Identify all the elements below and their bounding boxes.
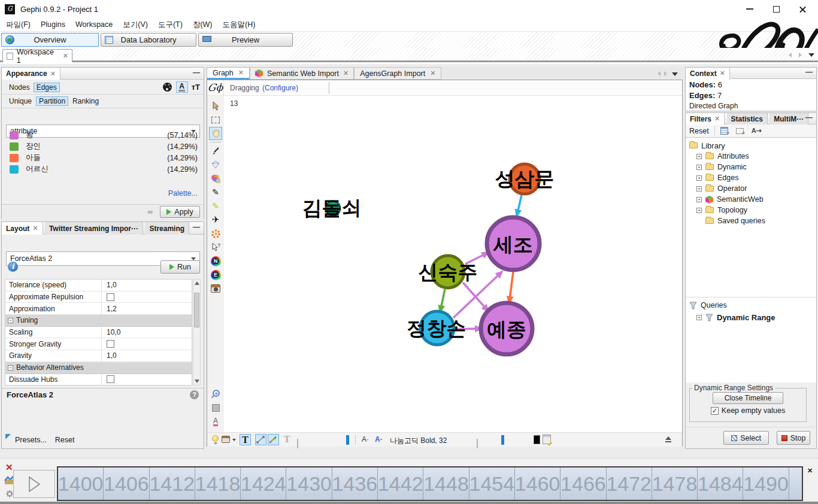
select-button[interactable]: Select: [723, 431, 769, 445]
appearance-tab-edges[interactable]: Edges: [34, 83, 60, 92]
context-close-icon[interactable]: ✕: [720, 69, 725, 77]
library-item-saved-queries[interactable]: Saved queries: [689, 215, 816, 226]
scroll-up-icon[interactable]: [195, 281, 199, 285]
library-item-topology[interactable]: +Topology: [689, 205, 816, 215]
configure-link[interactable]: (Configure): [262, 84, 298, 92]
param-value[interactable]: 1,0: [107, 281, 117, 289]
tab-semantic-web-import[interactable]: Semantic Web Import✕: [250, 67, 354, 80]
timeline-tick-3[interactable]: 1418: [195, 467, 241, 500]
edge-visible-icon[interactable]: [255, 434, 266, 445]
appearance-tab-nodes[interactable]: Nodes: [7, 83, 32, 92]
minimize-button[interactable]: [737, 0, 763, 18]
tabs-scroll-right-icon[interactable]: [799, 53, 802, 57]
param-checkbox[interactable]: [107, 375, 114, 383]
expand-icon[interactable]: +: [696, 154, 702, 159]
timeline-tick-12[interactable]: 1472: [607, 467, 652, 500]
filters-close-icon[interactable]: ✕: [714, 115, 720, 123]
timeline-tick-0[interactable]: 1400: [58, 467, 104, 500]
menu-item-0[interactable]: 파일(F): [6, 20, 31, 30]
screenshot-icon[interactable]: [222, 436, 230, 443]
label-color-a-icon[interactable]: A: [209, 415, 222, 428]
tab-statistics[interactable]: Statistics: [727, 113, 768, 125]
legend-row-3[interactable]: 어르신 (14,29%): [6, 163, 200, 175]
collapse-icon[interactable]: −: [8, 365, 13, 371]
tab-graph-close-icon[interactable]: ✕: [238, 69, 244, 77]
font-smaller-icon[interactable]: A·: [362, 435, 369, 444]
fireworks-tool-icon[interactable]: [209, 227, 222, 240]
stop-button[interactable]: Stop: [777, 431, 810, 445]
scroll-down-icon[interactable]: [195, 379, 199, 383]
filters-reset-button[interactable]: Reset: [689, 127, 709, 135]
graph-node-label-정창손[interactable]: 정창손: [407, 317, 466, 339]
graph-node-label-예종[interactable]: 예종: [487, 318, 526, 341]
layout-close-icon[interactable]: ✕: [32, 224, 38, 232]
tab-data-laboratory[interactable]: Data Laboratory: [101, 33, 196, 47]
tab-multimode[interactable]: MultiM···: [769, 113, 808, 125]
background-color-icon[interactable]: [209, 401, 222, 414]
legend-row-1[interactable]: 장인 (14,29%): [6, 141, 200, 152]
library-item-operator[interactable]: +Operator: [689, 183, 816, 194]
expand-icon[interactable]: +: [696, 186, 702, 192]
menu-item-3[interactable]: 보기(V): [123, 20, 148, 30]
appearance-tab-ranking[interactable]: Ranking: [70, 97, 101, 105]
tab-preview[interactable]: Preview: [198, 33, 293, 47]
menu-item-4[interactable]: 도구(T): [158, 20, 183, 30]
node-attributes-icon[interactable]: N: [209, 254, 222, 268]
legend-row-2[interactable]: 아들 (14,29%): [6, 152, 200, 163]
edge-pencil-tool-icon[interactable]: ✎: [209, 199, 222, 212]
collapse-toolbar-icon[interactable]: [665, 436, 671, 442]
heatmap-tool-icon[interactable]: [209, 172, 222, 185]
timeline-tick-7[interactable]: 1442: [378, 467, 423, 500]
edge-weight-slider[interactable]: [297, 439, 298, 448]
timeline-play-button[interactable]: [13, 470, 55, 498]
shortest-path-tool-icon[interactable]: ✎: [209, 186, 222, 199]
drag-tool-icon[interactable]: [209, 127, 222, 140]
expand-icon[interactable]: +: [696, 175, 702, 181]
timeline-tick-9[interactable]: 1454: [469, 467, 515, 500]
painter-tool-icon[interactable]: [209, 144, 222, 157]
palette-link[interactable]: Palette...: [168, 189, 198, 198]
param-scrollbar[interactable]: [193, 279, 201, 385]
timeline-tick-8[interactable]: 1448: [423, 467, 469, 500]
apply-button[interactable]: Apply: [160, 206, 200, 218]
keep-empty-checkbox[interactable]: ✓: [711, 407, 719, 415]
layout-tab-label[interactable]: Layout: [6, 224, 29, 233]
help-icon[interactable]: ?: [190, 390, 199, 399]
appearance-panel-title[interactable]: Appearance: [6, 69, 47, 78]
show-node-labels-icon[interactable]: T: [240, 434, 251, 445]
context-minimize-icon[interactable]: —: [805, 69, 813, 76]
graph-node-label-김돌쇠[interactable]: 김돌쇠: [302, 197, 362, 219]
tab-overview[interactable]: Overview: [1, 33, 99, 47]
maximize-button[interactable]: [763, 0, 789, 18]
screenshot-tool-icon[interactable]: [209, 282, 222, 295]
info-icon[interactable]: i: [8, 262, 18, 272]
collapse-icon[interactable]: −: [8, 318, 13, 323]
library-item-dynamic[interactable]: +Dynamic: [689, 162, 816, 172]
label-size-icon[interactable]: ᴛT: [192, 83, 200, 92]
edge-weight-slider-handle[interactable]: [346, 435, 349, 445]
close-timeline-button[interactable]: Close Timeline: [713, 392, 783, 404]
timeline-strip[interactable]: 1400140614121418142414301436144214481454…: [57, 466, 803, 501]
timeline-strip-close-icon[interactable]: ✕: [807, 467, 813, 475]
light-bulb-icon[interactable]: [212, 435, 219, 442]
filters-tab-label[interactable]: Filters: [690, 115, 711, 123]
library-item-edges[interactable]: +Edges: [689, 172, 816, 183]
workspace-tab-close-icon[interactable]: ✕: [63, 52, 68, 60]
filters-minimize-icon[interactable]: —: [805, 114, 813, 122]
graph-node-label-성삼문[interactable]: 성삼문: [495, 168, 555, 190]
tabs-dropdown-icon[interactable]: [808, 53, 814, 57]
label-color-icon[interactable]: A: [176, 81, 188, 93]
param-group-7[interactable]: −Behavior Alternatives: [5, 362, 192, 374]
appearance-minimize-icon[interactable]: —: [193, 69, 200, 77]
font-label[interactable]: 나눔고딕 Bold, 32: [390, 436, 447, 446]
menu-item-2[interactable]: Workspace: [75, 20, 113, 29]
tab-streaming[interactable]: Streaming: [145, 222, 189, 235]
queries-root-row[interactable]: Queries: [689, 300, 816, 311]
label-size-slider[interactable]: [477, 439, 478, 448]
param-checkbox[interactable]: [107, 340, 114, 348]
node-pencil-tool-icon[interactable]: ✈: [209, 213, 222, 226]
appearance-tab-unique[interactable]: Unique: [7, 97, 34, 105]
param-value[interactable]: 10,0: [107, 328, 120, 336]
doc-dropdown-icon[interactable]: [672, 72, 678, 76]
context-panel-title[interactable]: Context: [690, 69, 717, 78]
